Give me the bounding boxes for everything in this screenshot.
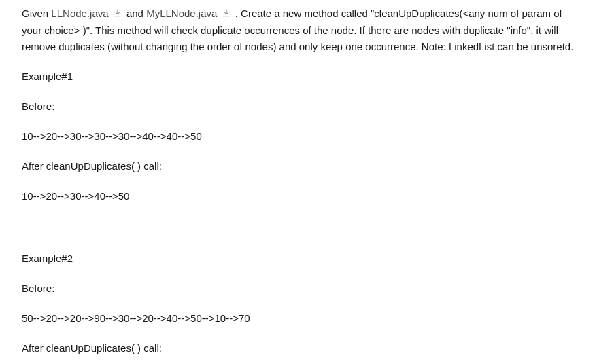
intro-mid1: and xyxy=(124,7,146,19)
example-1-heading: Example#1 xyxy=(22,69,575,85)
example-1-before-chain: 10-->20-->30-->30-->30-->40-->40-->50 xyxy=(22,128,575,145)
spacer xyxy=(22,218,575,240)
myllnode-link[interactable]: MyLLNode.java xyxy=(146,7,217,19)
example-1-before-label: Before: xyxy=(22,98,575,115)
llnode-link[interactable]: LLNode.java xyxy=(51,7,108,19)
example-1-after-label: After cleanUpDuplicates( ) call: xyxy=(22,158,575,175)
example-2-after-label: After cleanUpDuplicates( ) call: xyxy=(22,340,575,357)
example-1-after-chain: 10-->20-->30-->40-->50 xyxy=(22,188,575,204)
llnode-link-label: LLNode.java xyxy=(51,7,108,19)
example-2-before-label: Before: xyxy=(22,280,575,297)
download-icon[interactable] xyxy=(222,6,231,22)
example-2-before-chain: 50-->20-->20-->90-->30-->20-->40-->50-->… xyxy=(22,310,575,327)
download-icon[interactable] xyxy=(113,6,122,22)
example-2-heading: Example#2 xyxy=(22,251,575,267)
problem-description: Given LLNode.java and MyLLNode.java . Cr… xyxy=(22,5,575,55)
myllnode-link-label: MyLLNode.java xyxy=(146,7,217,19)
intro-prefix: Given xyxy=(22,7,51,19)
intro-mid2: . xyxy=(233,7,241,19)
